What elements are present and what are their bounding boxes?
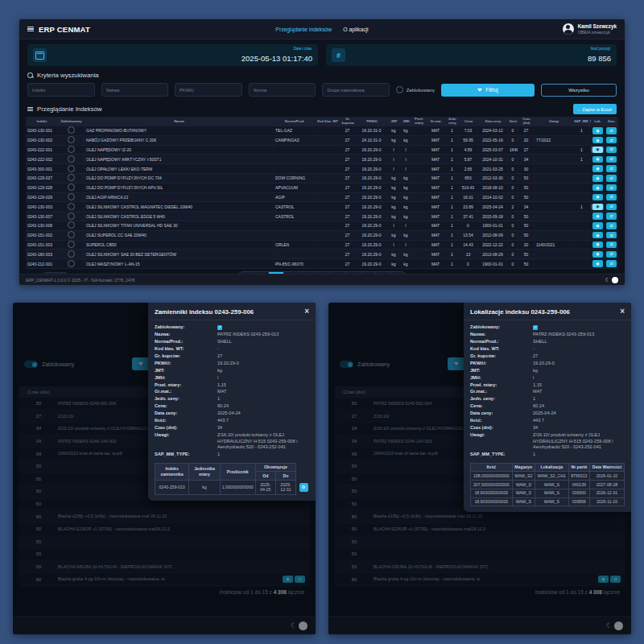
zam-button[interactable]: ⇄: [606, 184, 617, 192]
zam-button[interactable]: ⇄: [606, 194, 617, 201]
cell-cena: 37.41: [459, 214, 478, 219]
cell-nazwa: OLEJ SILNIKOWY TITAN UNIVERSAL HD SAE 30: [85, 223, 274, 228]
table-row[interactable]: 0243-130-003OLEJ SILNIKOWY CASTROL MAGNA…: [26, 202, 618, 212]
lok-button[interactable]: ◉: [592, 204, 603, 211]
lok-button[interactable]: ◉: [592, 127, 603, 134]
blocked-radio-icon[interactable]: [68, 146, 75, 153]
lok-button[interactable]: ◉: [592, 242, 603, 249]
blocked-radio-icon[interactable]: [68, 126, 75, 134]
zam-button[interactable]: ⇄: [606, 127, 617, 134]
zam-button[interactable]: ⇄: [606, 204, 617, 211]
table-row[interactable]: 0243-151-002OLEJ SUPEROL CC SAE 20W40271…: [26, 231, 618, 241]
cell-gr-kupcow: 27: [340, 214, 356, 219]
cell-gr-mat: MAT: [426, 242, 446, 247]
lok-button[interactable]: ◉: [592, 194, 603, 201]
table-row[interactable]: 0243-129-029OLEJ AGIP ARNICA 22AGIP2719.…: [26, 193, 618, 203]
close-icon[interactable]: ×: [620, 308, 625, 316]
detail-value: 1: [217, 451, 309, 458]
blocked-radio-icon[interactable]: [68, 193, 75, 200]
lok-button[interactable]: ◉: [592, 175, 603, 182]
norma-input[interactable]: [249, 83, 316, 97]
filtruj-button[interactable]: Filtruj: [441, 84, 535, 97]
checkbox-checked-icon[interactable]: ✓: [533, 325, 538, 330]
lok-button[interactable]: ◉: [592, 251, 603, 258]
zablokowany-toggle[interactable]: Zablokowany: [396, 86, 435, 93]
lok-button[interactable]: ◉: [592, 147, 603, 154]
table-row[interactable]: 0243-130-008OLEJ SILNIKOWY TITAN UNIVERS…: [26, 221, 618, 231]
nav-przegladanie[interactable]: Przeglądanie indeksów: [275, 27, 332, 32]
zam-button[interactable]: ⇄: [606, 147, 617, 154]
table-row[interactable]: 0243-222-002OLEJ NAPĘDOWY ARKTYCZNY I-50…: [26, 155, 618, 164]
blocked-radio-icon[interactable]: [68, 165, 75, 172]
zam-button[interactable]: ⇄: [606, 156, 617, 163]
table-row[interactable]: 0243-222-001OLEJ NAPĘDOWY IZ-202719.20.2…: [26, 146, 618, 155]
blocked-radio-icon[interactable]: [68, 241, 75, 248]
cell-jmh: kg: [400, 262, 412, 266]
detail-value: 19.20.29-0: [217, 360, 309, 367]
zam-button[interactable]: ⇄: [606, 165, 617, 172]
table-row[interactable]: 0243-130-002NABÓJ GAZOWY PRZEBIJANY C 20…: [26, 136, 618, 146]
zam-button[interactable]: ⇄: [606, 251, 617, 258]
nazwa-input[interactable]: [101, 83, 169, 97]
blocked-radio-icon[interactable]: [68, 155, 75, 163]
info-cards: Data i czas 2025-05-13 01:17:40 # Ilość …: [19, 39, 625, 66]
lok-button[interactable]: ◉: [592, 137, 603, 144]
detail-row: Gr. kupców:27: [470, 353, 625, 360]
cell-lok: ◉: [591, 213, 605, 220]
blocked-radio-icon[interactable]: [68, 250, 75, 258]
col-header-2: Nazwa: [85, 119, 274, 125]
save-excel-button[interactable]: ↓ Zapisz w Excel: [573, 104, 617, 114]
table-row[interactable]: 0243-129-028OLEJ DO POMP DYFUZYJNYCH APV…: [26, 184, 618, 193]
blocked-radio-icon[interactable]: [68, 174, 75, 181]
zam-button[interactable]: ⇄: [606, 222, 617, 229]
zam-button[interactable]: ⇄: [606, 213, 617, 220]
lok-button[interactable]: ◉: [592, 165, 603, 172]
nav-o-aplikacji[interactable]: O aplikacji: [343, 27, 368, 32]
cell-ilosc: 0: [508, 157, 518, 162]
zam-button[interactable]: ⇄: [606, 232, 617, 239]
cell-czas-dni: 34: [518, 157, 535, 162]
grupa-materialowa-input[interactable]: [322, 83, 390, 97]
blocked-radio-icon[interactable]: [68, 184, 75, 191]
cell-cena: 4.59: [459, 147, 478, 152]
table-row[interactable]: 0243-130-007OLEJ SILNIKOWY CASTROL EDGE …: [26, 212, 618, 221]
cell-indeks: 0243-151-002: [26, 233, 58, 237]
blocked-radio-icon[interactable]: [68, 203, 75, 210]
lok-button[interactable]: ◉: [592, 184, 603, 192]
table-row[interactable]: 0243-180-003OLEJ SILNIKOWY SAE 30 BEZ DE…: [26, 250, 618, 259]
calendar-icon: [33, 48, 47, 62]
lok-cell-3: 8756313: [568, 472, 589, 481]
table-row[interactable]: 0243-300-001OLEJ OPAŁOWY LEKKI EKO-TERM2…: [26, 164, 618, 174]
lok-button[interactable]: ◉: [592, 156, 603, 163]
wszystko-button[interactable]: Wszystko: [541, 84, 617, 97]
lok-button[interactable]: ◉: [592, 222, 603, 229]
cell-indeks: 0243-130-002: [26, 138, 58, 142]
lok-button[interactable]: ◉: [592, 260, 603, 267]
menu-burger-icon[interactable]: [27, 27, 34, 32]
blocked-radio-icon[interactable]: [68, 221, 75, 229]
zam-button[interactable]: ⇄: [606, 175, 617, 182]
detail-row: Cena:60.24: [155, 402, 309, 410]
zam-button[interactable]: ⇄: [606, 242, 617, 249]
table-row[interactable]: 0243-130-001GAZ PROPANOWO-BUTANOWYTEL-GA…: [26, 126, 618, 136]
pkwiu-input[interactable]: [175, 83, 242, 97]
cell-jmt: kg: [388, 204, 400, 209]
blocked-radio-icon[interactable]: [68, 136, 75, 143]
table-row[interactable]: 0243-129-027OLEJ DO POMP DYFUZYJNYCH DC …: [26, 174, 618, 184]
lok-button[interactable]: ◉: [592, 213, 603, 220]
close-icon[interactable]: ×: [304, 308, 309, 316]
table-row[interactable]: 0243-151-003SUPEROL CB50ORLEN2719.20.29-…: [26, 241, 618, 250]
zam-button[interactable]: ⇄: [606, 260, 617, 267]
dark-mode-toggle[interactable]: ☾: [605, 277, 618, 283]
blocked-radio-icon[interactable]: [68, 231, 75, 238]
lok-button[interactable]: ◉: [592, 232, 603, 239]
indeks-input[interactable]: [27, 83, 95, 97]
zam-button[interactable]: ⇄: [606, 137, 617, 144]
table-row[interactable]: 0243-212-001OLEJ MASZYNOWY L-AN-15PN-85/…: [26, 259, 618, 269]
blocked-radio-icon[interactable]: [68, 213, 75, 220]
checkbox-checked-icon[interactable]: ✓: [217, 325, 222, 330]
blocked-radio-icon[interactable]: [68, 260, 75, 267]
edit-zamiennik-button[interactable]: ⚙: [299, 483, 308, 492]
user-menu[interactable]: Kamil Szewczyk OBEIA.szewczyk: [563, 23, 617, 35]
cell-data-ceny: 2014-10-02: [478, 195, 508, 200]
